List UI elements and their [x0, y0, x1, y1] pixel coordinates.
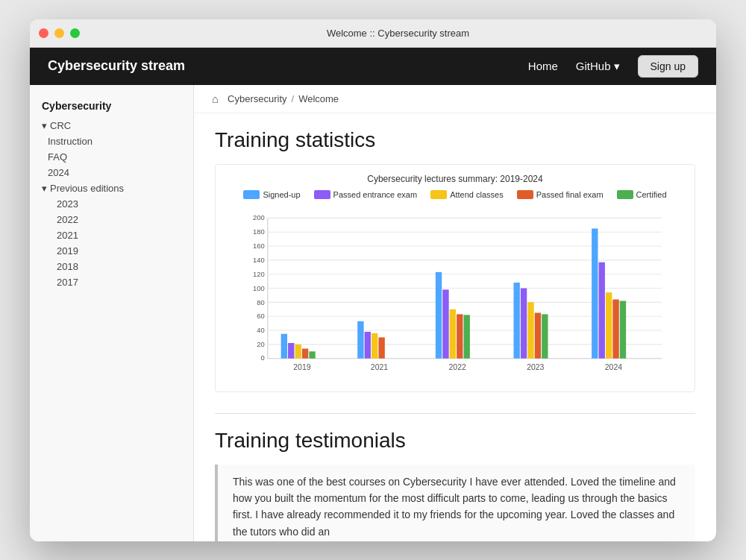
breadcrumb-cybersecurity[interactable]: Cybersecurity: [228, 93, 286, 104]
legend-label-certified: Certified: [636, 190, 667, 199]
svg-text:120: 120: [253, 269, 265, 277]
chevron-down-icon: ▾: [42, 183, 47, 194]
svg-rect-42: [527, 302, 533, 358]
sidebar-item-2022[interactable]: 2022: [30, 212, 193, 227]
home-icon[interactable]: ⌂: [212, 92, 219, 105]
github-menu[interactable]: GitHub ▾: [576, 60, 620, 73]
chevron-down-icon: ▾: [614, 60, 620, 73]
chevron-down-icon: ▾: [42, 120, 47, 131]
svg-text:180: 180: [253, 227, 265, 236]
svg-text:20: 20: [257, 340, 264, 348]
sidebar-item-2017[interactable]: 2017: [30, 274, 193, 290]
svg-text:0: 0: [260, 353, 264, 361]
svg-rect-31: [372, 333, 377, 358]
breadcrumb-current: Welcome: [298, 93, 339, 104]
titlebar: Welcome :: Cybersecurity stream: [30, 19, 716, 48]
legend-label-passed-final: Passed final exam: [536, 190, 604, 199]
content-area: Cybersecurity ▾ CRC Instruction FAQ 2024…: [30, 85, 716, 541]
svg-text:2019: 2019: [293, 363, 310, 371]
svg-text:2021: 2021: [371, 363, 388, 371]
svg-rect-23: [281, 333, 287, 358]
legend-label-passed-entrance: Passed entrance exam: [333, 190, 418, 199]
sidebar-item-faq[interactable]: FAQ: [30, 149, 193, 165]
sidebar: Cybersecurity ▾ CRC Instruction FAQ 2024…: [30, 85, 194, 541]
svg-rect-34: [436, 271, 442, 358]
svg-text:160: 160: [253, 242, 265, 250]
svg-rect-44: [542, 314, 548, 358]
navbar-links: Home GitHub ▾ Sign up: [528, 55, 698, 78]
svg-rect-37: [457, 314, 463, 358]
legend-label-signed-up: Signed-up: [263, 190, 300, 199]
svg-rect-47: [599, 262, 605, 358]
svg-rect-26: [302, 348, 308, 358]
svg-rect-30: [365, 331, 371, 358]
svg-text:2024: 2024: [605, 363, 622, 371]
svg-text:40: 40: [257, 326, 264, 334]
bar-chart: 200 180 160 140 120 100 80 60 40 20 0: [236, 207, 674, 386]
breadcrumb: ⌂ Cybersecurity / Welcome: [194, 85, 716, 113]
svg-text:200: 200: [253, 213, 265, 221]
svg-text:2022: 2022: [449, 363, 466, 371]
svg-rect-41: [521, 288, 527, 358]
previous-editions-label: Previous editions: [50, 183, 124, 194]
close-button[interactable]: [39, 28, 48, 38]
sidebar-item-crc[interactable]: ▾ CRC: [30, 118, 193, 133]
testimonial-card: This was one of the best courses on Cybe…: [215, 465, 695, 541]
svg-rect-25: [295, 344, 301, 358]
sidebar-item-2019[interactable]: 2019: [30, 243, 193, 259]
svg-rect-48: [606, 292, 612, 359]
app-window: Welcome :: Cybersecurity stream Cybersec…: [30, 19, 716, 541]
sidebar-item-2021[interactable]: 2021: [30, 227, 193, 243]
crc-label: CRC: [50, 120, 71, 131]
breadcrumb-sep2: /: [292, 93, 295, 104]
sidebar-item-2018[interactable]: 2018: [30, 259, 193, 274]
chart-area: 200 180 160 140 120 100 80 60 40 20 0: [222, 207, 689, 386]
svg-rect-50: [620, 301, 626, 358]
legend-signed-up: Signed-up: [243, 190, 300, 199]
sidebar-section-title: Cybersecurity: [30, 97, 193, 118]
page-body: Training statistics Cybersecurity lectur…: [194, 113, 716, 541]
svg-text:60: 60: [257, 312, 264, 320]
maximize-button[interactable]: [70, 28, 80, 38]
github-label: GitHub: [576, 60, 611, 72]
sidebar-item-instruction[interactable]: Instruction: [30, 133, 193, 149]
stats-title: Training statistics: [215, 128, 695, 152]
sidebar-item-2024[interactable]: 2024: [30, 165, 193, 180]
minimize-button[interactable]: [54, 28, 64, 38]
legend-passed-final: Passed final exam: [517, 190, 604, 199]
chart-title: Cybersecurity lectures summary: 2019-202…: [222, 174, 689, 184]
section-divider: [215, 413, 695, 414]
svg-text:2023: 2023: [527, 363, 544, 371]
svg-rect-27: [309, 351, 315, 358]
chart-container: Cybersecurity lectures summary: 2019-202…: [215, 164, 695, 392]
window-title: Welcome :: Cybersecurity stream: [89, 28, 707, 39]
legend-color-certified: [617, 190, 633, 199]
svg-rect-49: [612, 299, 618, 358]
svg-rect-29: [357, 321, 363, 358]
svg-rect-43: [535, 312, 541, 358]
legend-color-passed-final: [517, 190, 533, 199]
svg-text:80: 80: [257, 298, 264, 306]
legend-color-passed-entrance: [314, 190, 330, 199]
main-content: ⌂ Cybersecurity / Welcome Training stati…: [194, 85, 716, 541]
svg-rect-32: [378, 337, 384, 358]
home-link[interactable]: Home: [528, 60, 558, 72]
svg-text:100: 100: [253, 283, 265, 292]
legend-attend-classes: Attend classes: [430, 190, 504, 199]
testimonials-title: Training testimonials: [215, 429, 695, 453]
legend-certified: Certified: [617, 190, 667, 199]
svg-rect-35: [442, 289, 448, 358]
legend-color-attend-classes: [430, 190, 447, 199]
chart-legend: Signed-up Passed entrance exam Attend cl…: [222, 190, 689, 199]
legend-color-signed-up: [243, 190, 260, 199]
sidebar-item-2023[interactable]: 2023: [30, 196, 193, 212]
traffic-lights: [39, 28, 80, 38]
testimonial-text: This was one of the best courses on Cybe…: [233, 474, 680, 541]
brand-name: Cybersecurity stream: [48, 58, 185, 74]
svg-rect-36: [450, 309, 456, 358]
sidebar-item-previous-editions[interactable]: ▾ Previous editions: [30, 180, 193, 196]
svg-text:140: 140: [253, 256, 265, 264]
signup-button[interactable]: Sign up: [638, 55, 698, 78]
navbar: Cybersecurity stream Home GitHub ▾ Sign …: [30, 48, 716, 85]
legend-label-attend-classes: Attend classes: [450, 190, 504, 199]
